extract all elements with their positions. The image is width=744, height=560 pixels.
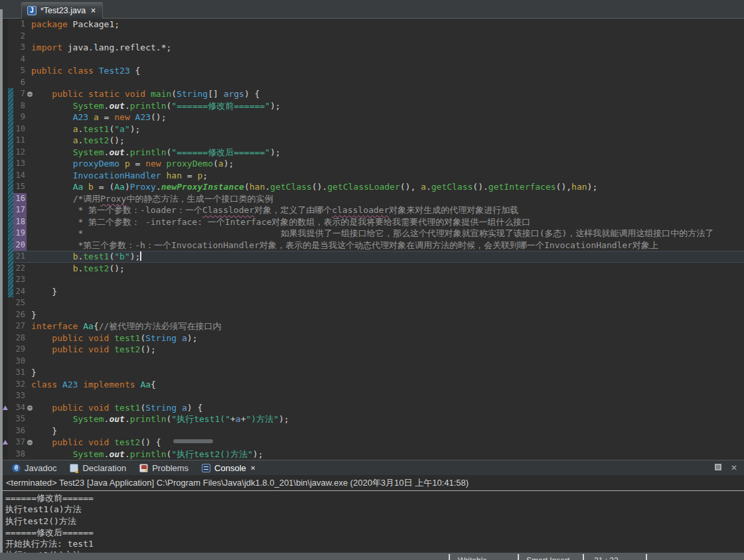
code-line[interactable]: 32class A23 implements Aa{: [3, 379, 744, 391]
code-text: a.test2();: [31, 135, 744, 147]
code-line[interactable]: 33: [3, 390, 744, 402]
code-line[interactable]: 14 InvocationHandler han = p;: [3, 170, 744, 182]
code-line[interactable]: 16 /*调用Proxy中的静态方法，生成一个接口类的实例: [3, 193, 744, 205]
code-line[interactable]: 24 }: [3, 286, 744, 298]
annotation-column: [3, 193, 8, 205]
annotation-column: [3, 111, 8, 123]
code-text: public void test2();: [31, 344, 744, 356]
code-line[interactable]: 17 * 第一个参数：-loader：一个Classloder对象，定义了由哪个…: [3, 204, 744, 216]
status-separator: [583, 554, 584, 560]
annotation-column: [3, 135, 8, 147]
annotation-column: [3, 251, 8, 263]
tab-problems[interactable]: Problems: [134, 460, 194, 475]
collapse-icon[interactable]: [27, 405, 33, 411]
tab-declaration[interactable]: Declaration: [64, 460, 131, 475]
maximize-view-icon[interactable]: [713, 463, 723, 472]
code-text: interface Aa{//被代理的方法必须写在接口内: [31, 320, 744, 332]
code-line[interactable]: 31}: [3, 367, 744, 379]
folding-column: [27, 344, 31, 356]
code-line[interactable]: 22 b.test2();: [3, 263, 744, 275]
line-number: 21: [13, 251, 27, 263]
code-text: public void test1(String a);: [31, 332, 744, 344]
code-line[interactable]: 20 *第三个参数：-h：一个InvocationHandler对象，表示的是当…: [3, 240, 744, 251]
code-line[interactable]: 23: [3, 274, 744, 286]
line-number: 36: [13, 425, 27, 437]
change-bar: [8, 54, 13, 66]
code-line[interactable]: 29 public void test2();: [3, 344, 744, 356]
code-line[interactable]: 26}: [3, 309, 744, 321]
folding-column: [27, 356, 31, 368]
folding-column[interactable]: [27, 437, 31, 449]
code-line[interactable]: 4: [3, 54, 744, 66]
folding-column: [27, 263, 31, 275]
line-number: 26: [13, 309, 27, 321]
collapse-icon[interactable]: [27, 440, 33, 445]
folding-column: [27, 251, 31, 263]
close-view-icon[interactable]: ✕: [729, 463, 739, 472]
code-line[interactable]: 8 System.out.println("======修改前======");: [3, 100, 744, 112]
folding-column: [27, 19, 31, 31]
code-line[interactable]: 2: [3, 31, 744, 42]
code-line[interactable]: 11 a.test2();: [3, 135, 744, 147]
code-line[interactable]: 13 proxyDemo p = new proxyDemo(a);: [3, 158, 744, 170]
tab-javadoc-label: Javadoc: [25, 463, 56, 473]
code-line[interactable]: 35 System.out.println("执行test1("+a+")方法"…: [3, 413, 744, 425]
tab-problems-label: Problems: [152, 463, 188, 473]
change-bar: [8, 332, 13, 344]
code-text: System.out.println("======修改前======");: [31, 100, 744, 112]
line-number: 14: [13, 170, 27, 182]
code-line[interactable]: 30: [3, 356, 744, 368]
change-bar: [8, 204, 13, 216]
line-number: 16: [13, 193, 27, 205]
code-line[interactable]: 21 b.test1("b");: [3, 251, 744, 263]
code-line[interactable]: 37 public void test2() {: [3, 437, 744, 449]
tab-javadoc[interactable]: @ Javadoc: [7, 460, 62, 475]
code-line[interactable]: 5public class Test23 {: [3, 65, 744, 77]
code-editor[interactable]: 1package Package1;23import java.lang.ref…: [3, 19, 744, 460]
tab-close-icon[interactable]: ×: [91, 6, 96, 15]
code-line[interactable]: 15 Aa b = (Aa)Proxy.newProxyInstance(han…: [3, 181, 744, 193]
console-process-status: <terminated> Test23 [Java Application] C…: [3, 475, 744, 491]
annotation-column: [3, 367, 8, 379]
horizontal-scrollbar-thumb[interactable]: [173, 439, 213, 443]
code-line[interactable]: 19 * 如果我提供了一组接口给它，那么这个代理对象就宣称实现了该接口(多态)，…: [3, 228, 744, 240]
folding-column: [27, 390, 31, 402]
editor-tab-test23[interactable]: J *Test23.java ×: [21, 2, 103, 19]
folding-column[interactable]: [27, 88, 31, 100]
code-line[interactable]: 10 a.test1("a");: [3, 123, 744, 135]
code-line[interactable]: 38 System.out.println("执行test2()方法");: [3, 449, 744, 460]
console-output[interactable]: ======修改前======执行test1(a)方法执行test2()方法==…: [3, 492, 744, 553]
code-line[interactable]: 27interface Aa{//被代理的方法必须写在接口内: [3, 320, 744, 332]
folding-column: [27, 111, 31, 123]
code-line[interactable]: 34 public void test1(String a) {: [3, 402, 744, 414]
code-line[interactable]: 9 A23 a = new A23();: [3, 111, 744, 123]
code-line[interactable]: 3import java.lang.reflect.*;: [3, 42, 744, 54]
collapse-icon[interactable]: [27, 92, 33, 97]
code-line[interactable]: 12 System.out.println("======修改后======")…: [3, 147, 744, 159]
code-line[interactable]: 28 public void test1(String a);: [3, 332, 744, 344]
code-text: import java.lang.reflect.*;: [31, 42, 744, 54]
code-text: [31, 297, 744, 309]
annotation-column: [3, 170, 8, 182]
code-line[interactable]: 1package Package1;: [3, 19, 744, 31]
change-bar: [8, 379, 13, 391]
line-number: 7: [13, 88, 27, 100]
folding-column: [27, 42, 31, 54]
console-line: 执行test1(a)方法: [5, 504, 744, 515]
annotation-column: [3, 228, 8, 240]
folding-column: [27, 413, 31, 425]
code-line[interactable]: 7 public static void main(String[] args)…: [3, 88, 744, 100]
tab-console-label: Console: [214, 463, 246, 473]
code-line[interactable]: 36 }: [3, 425, 744, 437]
code-text: public void test1(String a) {: [31, 402, 744, 414]
annotation-column: [3, 88, 8, 100]
tab-console[interactable]: Console ×: [196, 460, 260, 475]
change-bar: [8, 286, 13, 298]
line-number: 3: [13, 42, 27, 54]
folding-column[interactable]: [27, 402, 31, 414]
tab-close-icon[interactable]: ×: [251, 464, 256, 472]
code-line[interactable]: 6: [3, 77, 744, 89]
code-line[interactable]: 18 * 第二个参数： -interface: 一个Interface对象的数组…: [3, 216, 744, 228]
folding-column: [27, 54, 31, 66]
code-line[interactable]: 25: [3, 297, 744, 309]
